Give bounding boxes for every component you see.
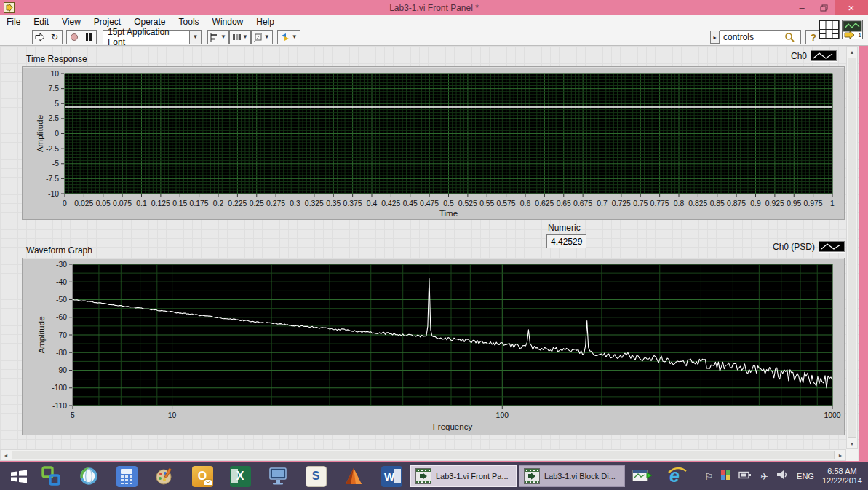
font-selector-value: 15pt Application Font	[103, 27, 189, 47]
scroll-right-arrow[interactable]: ►	[835, 450, 845, 460]
globe-icon	[79, 466, 99, 486]
run-continuously-button[interactable]: ↻	[47, 30, 63, 44]
svg-text:0.425: 0.425	[381, 199, 400, 208]
vertical-scroll-thumb[interactable]	[848, 58, 856, 438]
taskbar-item-internet-explorer[interactable]: e	[659, 466, 696, 486]
align-objects-dropdown[interactable]: ▼	[207, 30, 229, 44]
power-battery-icon[interactable]	[738, 470, 752, 483]
svg-text:0.5: 0.5	[443, 199, 454, 208]
svg-text:0.375: 0.375	[343, 199, 362, 208]
svg-text:0.7: 0.7	[597, 199, 608, 208]
taskbar-item-outlook[interactable]: O	[183, 462, 221, 490]
airplane-mode-icon[interactable]: ✈	[760, 471, 768, 482]
scrollbar-corner	[846, 449, 858, 461]
svg-text:0.525: 0.525	[458, 199, 477, 208]
taskbar-item-excel[interactable]: X	[221, 462, 259, 490]
svg-text:0.175: 0.175	[190, 199, 209, 208]
start-button[interactable]	[6, 462, 32, 490]
vertical-scrollbar[interactable]: ▲ ▼	[846, 46, 858, 449]
waveform-graph[interactable]: 5101001000-110-100-90-80-70-60-50-40-30F…	[22, 258, 845, 435]
window-title: Lab3-1.vi Front Panel *	[0, 3, 868, 13]
action-center-flag-icon[interactable]: ⚐	[705, 471, 714, 482]
taskbar-task-front-panel[interactable]: Lab3-1.vi Front Pa...	[410, 465, 517, 487]
scroll-down-arrow[interactable]: ▼	[847, 438, 857, 448]
svg-text:0.55: 0.55	[479, 199, 494, 208]
sas-icon: S	[306, 466, 327, 487]
app-switcher-icon	[41, 466, 61, 486]
language-indicator[interactable]: ENG	[797, 472, 814, 481]
svg-text:-7.5: -7.5	[46, 175, 59, 183]
run-button[interactable]	[32, 30, 47, 44]
close-button[interactable]: ×	[835, 0, 868, 15]
svg-text:0.025: 0.025	[74, 199, 93, 208]
svg-text:0.25: 0.25	[250, 199, 264, 208]
antivirus-tray-icon[interactable]	[721, 470, 730, 483]
scroll-left-arrow[interactable]: ◄	[1, 450, 11, 460]
font-selector[interactable]: 15pt Application Font ▼	[103, 30, 202, 44]
front-panel[interactable]: Time Response Ch0 00.0250.050.0750.10.12…	[0, 46, 868, 462]
taskbar-item-word[interactable]: W	[373, 462, 410, 490]
vi-badge: 1	[859, 33, 861, 39]
svg-text:0.625: 0.625	[535, 199, 554, 208]
vi-icon[interactable]: 1	[842, 20, 863, 39]
time-response-label: Time Response	[26, 54, 87, 64]
menu-window[interactable]: Window	[206, 17, 250, 27]
time-response-graph[interactable]: 00.0250.050.0750.10.1250.150.1750.20.225…	[22, 66, 845, 220]
menu-operate[interactable]: Operate	[127, 17, 172, 27]
taskbar-item-cisco-anyconnect[interactable]	[70, 462, 108, 490]
taskbar-clock[interactable]: 6:58 AM 12/22/2014	[822, 467, 862, 486]
horizontal-scroll-thumb[interactable]	[12, 451, 835, 459]
svg-text:0: 0	[63, 199, 67, 208]
time-response-legend[interactable]: Ch0	[791, 50, 837, 61]
distribute-objects-icon	[232, 33, 241, 42]
menu-view[interactable]: View	[55, 17, 87, 27]
svg-text:100: 100	[496, 411, 509, 419]
menu-project[interactable]: Project	[87, 17, 127, 27]
monitor-icon	[268, 467, 288, 486]
abort-button[interactable]	[66, 30, 81, 44]
horizontal-scrollbar[interactable]: ◄ ►	[0, 449, 846, 461]
taskbar-item-paint[interactable]	[146, 462, 183, 490]
search-input[interactable]	[720, 32, 784, 42]
run-arrow-icon	[35, 33, 45, 42]
svg-text:0.125: 0.125	[151, 199, 170, 208]
reorder-dropdown[interactable]: ▼	[277, 30, 300, 44]
taskbar-item-monitor-app[interactable]	[259, 462, 297, 490]
svg-text:0.475: 0.475	[420, 199, 439, 208]
menu-file[interactable]: File	[0, 17, 27, 27]
taskbar-item-sas[interactable]: S	[297, 462, 335, 490]
taskbar-item-calculator[interactable]	[108, 462, 146, 490]
labview-front-panel-window: Lab3-1.vi Front Panel * – × File Edit Vi…	[0, 0, 868, 490]
scroll-up-arrow[interactable]: ▲	[847, 47, 857, 57]
menu-edit[interactable]: Edit	[27, 17, 55, 27]
restore-button[interactable]	[813, 0, 835, 15]
psd-plot[interactable]: 5101001000-110-100-90-80-70-60-50-40-30F…	[23, 258, 844, 435]
menu-tools[interactable]: Tools	[172, 17, 206, 27]
svg-text:0.05: 0.05	[96, 199, 111, 208]
resize-objects-dropdown[interactable]: ▼	[251, 30, 273, 44]
waveform-graph-label: Waveform Graph	[26, 245, 92, 256]
menu-help[interactable]: Help	[250, 17, 281, 27]
svg-text:Frequency: Frequency	[433, 422, 473, 431]
connector-pane-icon[interactable]	[819, 20, 840, 39]
reorder-icon	[280, 33, 290, 42]
time-response-plot[interactable]: 00.0250.050.0750.10.1250.150.1750.20.225…	[23, 67, 844, 219]
taskbar-item-labview-runtime[interactable]	[627, 468, 659, 484]
svg-text:0.45: 0.45	[403, 199, 418, 208]
align-objects-icon	[210, 33, 219, 42]
taskbar-item-app-switcher[interactable]	[32, 462, 70, 490]
minimize-button[interactable]: –	[791, 0, 813, 15]
svg-text:0.3: 0.3	[290, 199, 300, 208]
title-bar: Lab3-1.vi Front Panel * – ×	[0, 0, 868, 15]
taskbar-item-matlab[interactable]	[335, 462, 373, 490]
pause-button[interactable]	[81, 30, 97, 44]
svg-text:0: 0	[55, 130, 59, 138]
volume-icon[interactable]	[776, 470, 789, 483]
search-scope-button[interactable]: ▸	[710, 31, 720, 44]
chevron-down-icon[interactable]: ▼	[189, 31, 201, 44]
psd-legend[interactable]: Ch0 (PSD)	[773, 241, 845, 252]
svg-text:0.825: 0.825	[688, 199, 707, 208]
distribute-objects-dropdown[interactable]: ▼	[229, 30, 251, 44]
svg-text:-50: -50	[56, 296, 67, 304]
taskbar-task-block-diagram[interactable]: Lab3-1.vi Block Di...	[519, 465, 625, 487]
